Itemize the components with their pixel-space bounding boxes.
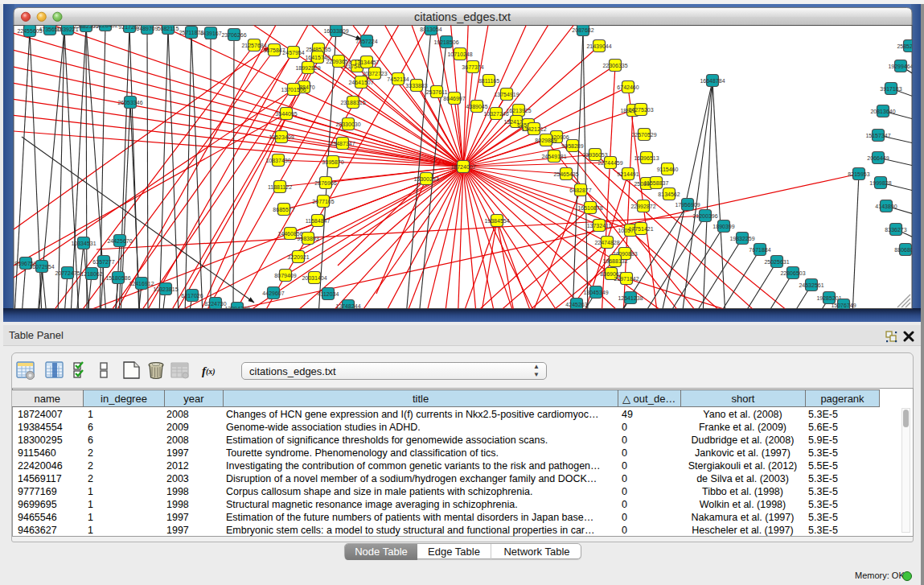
svg-text:16510878: 16510878 [577, 205, 602, 211]
svg-text:9115460: 9115460 [657, 167, 679, 172]
svg-text:22330030: 22330030 [335, 122, 360, 127]
svg-text:25465435: 25465435 [553, 171, 578, 177]
svg-text:4429607: 4429607 [262, 290, 284, 296]
svg-text:23706266: 23706266 [221, 32, 246, 38]
svg-text:13732411: 13732411 [587, 223, 612, 229]
svg-text:8646997: 8646997 [443, 96, 465, 101]
svg-text:2537611: 2537611 [426, 89, 448, 95]
svg-text:8489709: 8489709 [136, 26, 158, 31]
svg-text:17956909: 17956909 [675, 202, 700, 208]
svg-text:9983893: 9983893 [297, 236, 318, 241]
svg-text:9214491: 9214491 [617, 171, 639, 177]
svg-text:10327246: 10327246 [483, 111, 508, 117]
svg-text:16072954: 16072954 [29, 264, 54, 270]
svg-text:6482877: 6482877 [569, 187, 591, 193]
svg-text:19688132: 19688132 [602, 258, 627, 264]
svg-text:3644095: 3644095 [275, 111, 297, 117]
svg-text:24425670: 24425670 [107, 238, 132, 244]
svg-text:14275203: 14275203 [628, 107, 653, 113]
svg-text:11558837: 11558837 [644, 180, 669, 186]
svg-text:2066449: 2066449 [867, 155, 889, 161]
svg-text:21439044: 21439044 [586, 43, 611, 49]
svg-text:18724007: 18724007 [450, 164, 475, 170]
svg-text:16033809: 16033809 [323, 28, 348, 34]
svg-text:13134457: 13134457 [354, 60, 379, 65]
svg-text:22992872: 22992872 [630, 204, 655, 209]
svg-text:22806503: 22806503 [780, 270, 805, 276]
svg-text:8029889: 8029889 [535, 138, 556, 143]
svg-text:13754919: 13754919 [494, 92, 519, 97]
svg-text:8336273: 8336273 [885, 227, 906, 233]
svg-text:25025631: 25025631 [764, 259, 789, 265]
svg-text:13748244: 13748244 [335, 303, 360, 309]
svg-text:19523409: 19523409 [269, 134, 294, 140]
svg-text:22744459: 22744459 [598, 160, 622, 166]
svg-text:2876966: 2876966 [314, 180, 336, 186]
svg-text:22306335: 22306335 [602, 63, 627, 68]
svg-text:23487347: 23487347 [330, 141, 355, 146]
svg-text:19299464: 19299464 [888, 64, 913, 69]
svg-text:10334531: 10334531 [71, 241, 96, 246]
svg-text:10710248: 10710248 [447, 51, 472, 57]
svg-text:8685577: 8685577 [273, 207, 294, 212]
svg-text:3677374: 3677374 [462, 64, 483, 70]
svg-text:24532561: 24532561 [799, 282, 823, 288]
svg-text:26053346: 26053346 [117, 100, 142, 105]
svg-text:20031404: 20031404 [302, 275, 326, 281]
svg-text:19832259: 19832259 [729, 236, 754, 241]
svg-text:23971842: 23971842 [614, 276, 639, 282]
svg-text:17751421: 17751421 [628, 226, 653, 232]
svg-text:16396513: 16396513 [634, 155, 659, 161]
svg-text:13045349: 13045349 [583, 290, 608, 295]
svg-text:19218506: 19218506 [433, 39, 458, 45]
svg-text:7452134: 7452134 [387, 76, 409, 82]
svg-text:3917183: 3917183 [880, 86, 901, 92]
svg-text:10837430: 10837430 [265, 158, 290, 163]
svg-text:2457954: 2457954 [282, 50, 304, 56]
svg-text:1890399: 1890399 [713, 224, 734, 229]
svg-text:4112034: 4112034 [318, 291, 339, 297]
svg-text:4143890: 4143890 [875, 204, 897, 209]
svg-text:23188315: 23188315 [340, 100, 365, 105]
svg-text:6742460: 6742460 [617, 84, 639, 90]
svg-text:2077105: 2077105 [312, 199, 334, 204]
svg-text:8215953: 8215953 [848, 171, 869, 177]
svg-text:5682115: 5682115 [158, 26, 179, 31]
svg-text:1218062: 1218062 [80, 271, 102, 277]
svg-text:8811165: 8811165 [478, 78, 499, 84]
svg-text:6217026: 6217026 [181, 293, 203, 299]
svg-text:9958289: 9958289 [561, 143, 583, 149]
svg-text:22570529: 22570529 [631, 132, 656, 138]
svg-text:18992829: 18992829 [295, 65, 320, 71]
svg-text:3220921: 3220921 [287, 254, 309, 260]
svg-text:23936053: 23936053 [582, 152, 607, 158]
svg-text:4389045: 4389045 [466, 104, 487, 109]
svg-text:6357277: 6357277 [92, 259, 114, 265]
svg-text:2087682: 2087682 [572, 27, 593, 33]
svg-text:(x): (x) [206, 367, 216, 377]
svg-text:8813054: 8813054 [420, 27, 441, 32]
svg-text:20813640: 20813640 [870, 109, 895, 114]
svg-text:15300293: 15300293 [413, 176, 438, 182]
svg-text:16213925: 16213925 [506, 108, 531, 113]
svg-text:8134562: 8134562 [658, 192, 680, 197]
svg-text:7671884: 7671884 [749, 247, 770, 253]
svg-text:19384554: 19384554 [484, 218, 509, 224]
svg-text:8079409: 8079409 [274, 273, 296, 278]
svg-text:citations_edges.txt: citations_edges.txt [414, 10, 511, 23]
svg-text:15157347: 15157347 [865, 133, 890, 138]
svg-text:15076749: 15076749 [831, 303, 856, 308]
svg-text:11881122: 11881122 [268, 184, 292, 190]
svg-text:8224730: 8224730 [204, 301, 226, 307]
svg-text:16648784: 16648784 [700, 78, 725, 84]
svg-text:24641507: 24641507 [348, 80, 373, 85]
svg-text:20772475: 20772475 [55, 270, 80, 276]
svg-text:12416912: 12416912 [129, 281, 154, 286]
svg-text:1999828: 1999828 [869, 180, 891, 186]
svg-text:10323815: 10323815 [153, 286, 178, 292]
svg-text:7357224: 7357224 [355, 39, 377, 44]
svg-text:22474828: 22474828 [594, 240, 619, 245]
svg-text:4245263: 4245263 [565, 302, 587, 307]
svg-text:15180586: 15180586 [105, 275, 130, 281]
svg-text:3395870: 3395870 [322, 159, 343, 165]
